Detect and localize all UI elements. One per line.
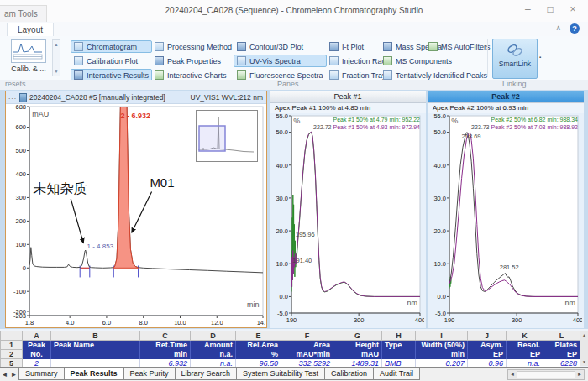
smartlink-dropdown-icon[interactable]: ▪ (539, 55, 541, 60)
presets-gallery[interactable]: Calib. & ... (7, 39, 50, 77)
button-contour-3d-plot[interactable]: Contour/3D Plot (234, 40, 327, 53)
scroll-track[interactable] (517, 371, 575, 378)
column-letter-header[interactable]: D (191, 331, 236, 341)
tentatively-identified-peaks-icon (383, 70, 392, 80)
ribbon-col-2: Processing Method Peak Properties Intera… (151, 40, 235, 81)
button-label: Interactive Results (87, 71, 149, 80)
table-header-cell[interactable]: Ret.Time (140, 341, 191, 350)
scroll-down-icon[interactable]: ▼ (582, 359, 586, 364)
button-chromatogram[interactable]: Chromatogram (71, 40, 152, 53)
table-header-cell[interactable]: mAU (333, 350, 382, 359)
restore-icon[interactable]: □ (540, 3, 560, 15)
sheet-nav-left-icon[interactable]: ◄ (0, 371, 9, 378)
table-header-cell[interactable]: Type (382, 341, 416, 350)
smartlink-button[interactable]: SmartLink (492, 39, 538, 79)
table-header-cell[interactable]: % (236, 350, 281, 359)
column-letter-header[interactable]: G (333, 331, 382, 341)
column-letter-header[interactable]: B (51, 331, 140, 341)
svg-text:30.0: 30.0 (276, 195, 288, 202)
minimize-icon[interactable]: – (517, 3, 538, 15)
help-icon[interactable]: ? (570, 23, 580, 34)
table-header-cell[interactable]: mAU*min (281, 350, 333, 359)
ribbon-collapse-icon[interactable]: ∧ (555, 23, 561, 32)
chromatogram-pane[interactable]: ... 20240204_CA028 #5 [manually integrat… (5, 91, 267, 328)
button-peak-properties[interactable]: Peak Properties (151, 55, 235, 67)
row-number[interactable]: 1 (1, 341, 23, 350)
ribbon: Calib. & ... ▲▼ Chromatogram Calibration… (0, 36, 588, 81)
table-header-cell[interactable]: No. (23, 350, 51, 359)
tab-audit-trail[interactable]: Audit Trail (373, 368, 420, 380)
tab-layout[interactable]: Layout (7, 23, 54, 36)
table-header-cell[interactable]: Height (333, 341, 382, 350)
sheet-nav-right-icon[interactable]: ► (9, 371, 18, 378)
close-icon[interactable]: × (563, 3, 583, 15)
peak2-spectrum-plot[interactable]: 55.050.040.030.020.010.00.0-5.0190300400… (428, 113, 582, 326)
table-header-cell[interactable]: Asym. (468, 341, 507, 350)
chromatogram-pane-header[interactable]: ... 20240204_CA028 #5 [manually integrat… (6, 91, 266, 104)
table-vertical-scrollbar[interactable]: ▲▼ (580, 331, 588, 366)
tab-calibration[interactable]: Calibration (324, 368, 374, 380)
window-title: 20240204_CA028 (Sequence) - Chromeleon C… (0, 6, 588, 15)
peak1-spectrum-plot[interactable]: 55.050.040.030.020.010.00.0-5.0190300400… (270, 113, 424, 326)
svg-text:600: 600 (15, 123, 26, 131)
peak1-pane[interactable]: Peak #1 Apex Peak #1 100% at 4.85 min 55… (270, 91, 426, 328)
button-uv-vis-spectra[interactable]: UV-Vis Spectra (234, 55, 327, 67)
scroll-left-icon[interactable]: ◄ (510, 372, 515, 377)
overview-inset[interactable] (196, 110, 258, 162)
button-calibration-plot[interactable]: Calibration Plot (71, 55, 152, 67)
table-header-cell[interactable]: Peak (23, 341, 51, 350)
column-letter-header[interactable]: E (236, 331, 281, 341)
table-header-cell[interactable]: min (140, 350, 191, 359)
scroll-right-icon[interactable]: ► (577, 372, 582, 377)
button-ms-components[interactable]: MS Components (380, 55, 491, 67)
tab-peak-results[interactable]: Peak Results (64, 368, 124, 380)
table-header-cell[interactable]: Peak Name (51, 341, 140, 350)
svg-text:6.0: 6.0 (102, 319, 111, 326)
svg-text:400: 400 (573, 316, 582, 324)
button-ms-autofilters[interactable]: MS AutoFilters (425, 40, 494, 53)
table-corner[interactable] (1, 331, 23, 341)
button-processing-method[interactable]: Processing Method (151, 40, 235, 53)
gallery-up-icon[interactable]: ▲ (55, 42, 59, 47)
column-letter-header[interactable]: L (543, 331, 580, 341)
it-plot-icon (329, 42, 339, 51)
button-label: Tentatively Identified Peaks (396, 71, 487, 80)
table-header-cell[interactable]: Resol. (507, 341, 543, 350)
row-number[interactable]: 2 (1, 350, 23, 359)
column-letter-header[interactable]: J (468, 331, 507, 341)
peak2-pane-header[interactable]: Peak #2 (428, 91, 584, 103)
table-header-cell[interactable] (51, 350, 140, 359)
table-horizontal-scrollbar[interactable]: ◄ ► (507, 369, 585, 380)
column-letter-header[interactable]: K (507, 331, 543, 341)
column-letter-header[interactable]: H (382, 331, 416, 341)
column-letter-header[interactable]: F (281, 331, 333, 341)
pane-grip[interactable]: ... (8, 92, 17, 101)
column-letter-header[interactable]: I (416, 331, 468, 341)
gallery-scroll[interactable]: ▲▼ (52, 39, 60, 76)
table-header-cell[interactable]: Plates (543, 341, 580, 350)
zoom-selection-rect[interactable] (199, 126, 225, 151)
peak2-pane[interactable]: Peak #2 Apex Peak #2 100% at 6.93 min 55… (428, 91, 584, 328)
mass-spectra-icon (383, 42, 392, 51)
table-header-cell[interactable]: Width (50%) (416, 341, 468, 350)
table-header-cell[interactable]: Amount (191, 341, 236, 350)
table-header-cell[interactable]: EP (468, 350, 507, 359)
table-header-cell[interactable]: n.a. (191, 350, 236, 359)
svg-text:mAU: mAU (32, 110, 49, 118)
tab-system-suitability-test[interactable]: System Suitability Test (236, 368, 325, 380)
tab-peak-purity[interactable]: Peak Purity (123, 368, 176, 380)
gallery-down-icon[interactable]: ▼ (55, 69, 59, 74)
uv-vis-spectra-icon (237, 56, 246, 65)
table-header-cell[interactable]: Area (281, 341, 333, 350)
tab-summary[interactable]: Summary (18, 368, 65, 380)
tab-library-search[interactable]: Library Search (175, 368, 238, 380)
table-header-cell[interactable]: EP (543, 350, 580, 359)
table-header-cell[interactable]: min (416, 350, 468, 359)
table-header-cell[interactable]: EP (507, 350, 543, 359)
table-header-cell[interactable] (382, 350, 416, 359)
scroll-up-icon[interactable]: ▲ (582, 332, 586, 337)
peak1-pane-header[interactable]: Peak #1 (270, 91, 426, 103)
column-letter-header[interactable]: A (23, 331, 51, 341)
table-header-cell[interactable]: Rel.Area (236, 341, 281, 350)
column-letter-header[interactable]: C (140, 331, 191, 341)
